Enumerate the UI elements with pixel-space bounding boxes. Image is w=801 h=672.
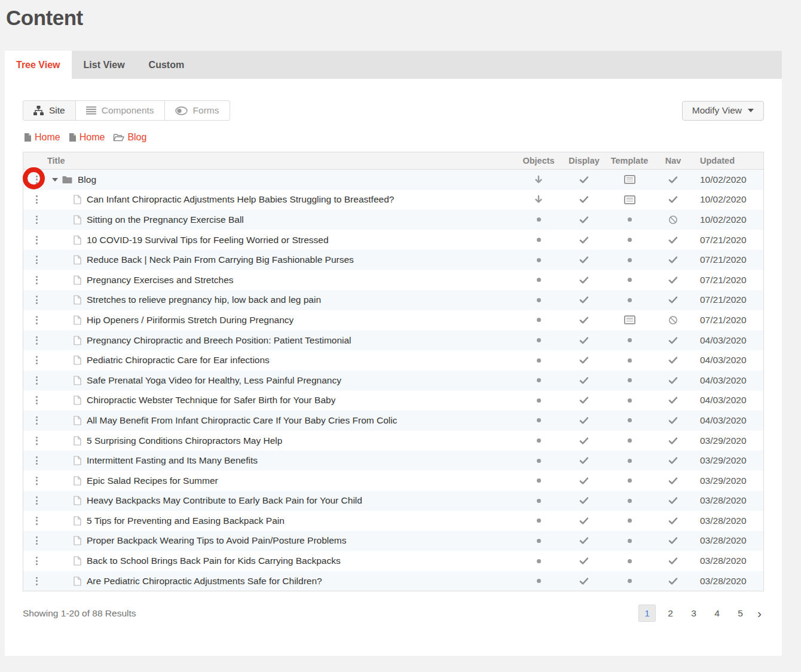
table-row[interactable]: Proper Backpack Wearing Tips to Avoid Pa… [23, 531, 763, 551]
file-icon [74, 255, 81, 265]
row-title[interactable]: Reduce Back | Neck Pain From Carrying Bi… [87, 254, 354, 265]
row-menu-kebab-icon[interactable] [23, 536, 50, 545]
caret-down-icon[interactable] [52, 178, 58, 182]
row-menu-kebab-icon[interactable] [23, 557, 50, 565]
file-icon [74, 536, 81, 545]
breadcrumb-item-blog[interactable]: Blog [113, 132, 146, 143]
row-title[interactable]: Blog [78, 174, 96, 185]
table-row[interactable]: Intermittent Fasting and Its Many Benefi… [23, 450, 763, 471]
table-row[interactable]: 10 COVID-19 Survival Tips for Feeling Wo… [23, 230, 763, 250]
row-menu-kebab-icon[interactable] [23, 256, 50, 264]
row-menu-kebab-icon[interactable] [23, 176, 50, 184]
row-menu-kebab-icon[interactable] [23, 577, 50, 585]
page-button-4[interactable]: 4 [708, 605, 726, 622]
row-menu-kebab-icon[interactable] [23, 316, 50, 324]
table-row[interactable]: All May Benefit From Infant Chiropractic… [23, 410, 763, 431]
table-row[interactable]: Heavy Backpacks May Contribute to Early … [23, 491, 763, 511]
tab-list-view[interactable]: List View [72, 51, 137, 79]
row-menu-kebab-icon[interactable] [23, 456, 50, 465]
row-menu-kebab-icon[interactable] [23, 496, 50, 505]
table-row[interactable]: Back to School Brings Back Pain for Kids… [23, 551, 763, 571]
row-menu-kebab-icon[interactable] [23, 336, 50, 345]
row-title[interactable]: 10 COVID-19 Survival Tips for Feeling Wo… [87, 235, 329, 246]
display-check-icon [579, 517, 589, 525]
table-row[interactable]: Can Infant Chiropractic Adjustments Help… [23, 190, 763, 210]
row-title[interactable]: 5 Surprising Conditions Chiropractors Ma… [87, 435, 282, 446]
table-row[interactable]: Sitting on the Pregnancy Exercise Ball10… [23, 210, 763, 230]
row-title[interactable]: Proper Backpack Wearing Tips to Avoid Pa… [87, 535, 347, 546]
row-title[interactable]: Back to School Brings Back Pain for Kids… [87, 556, 341, 566]
column-header-template[interactable]: Template [607, 156, 652, 165]
table-row[interactable]: Pregnancy Chiropractic and Breech Positi… [23, 330, 763, 351]
nav-check-icon [668, 437, 678, 445]
breadcrumb-label: Home [80, 132, 105, 143]
table-row[interactable]: Hip Openers / Piriformis Stretch During … [23, 310, 763, 330]
objects-dot-icon [537, 418, 541, 422]
row-title[interactable]: 5 Tips for Preventing and Easing Backpac… [87, 515, 285, 526]
page-button-5[interactable]: 5 [732, 605, 749, 622]
column-header-title[interactable]: Title [23, 156, 516, 165]
row-menu-kebab-icon[interactable] [23, 437, 50, 445]
table-row[interactable]: 5 Tips for Preventing and Easing Backpac… [23, 511, 763, 531]
page-button-3[interactable]: 3 [685, 605, 702, 622]
row-title[interactable]: Can Infant Chiropractic Adjustments Help… [87, 194, 394, 205]
row-title[interactable]: Pediatric Chiropractic Care for Ear infe… [87, 355, 270, 366]
modify-view-button[interactable]: Modify View [682, 101, 764, 121]
tab-tree-view[interactable]: Tree View [5, 51, 72, 79]
forms-button[interactable]: Forms [164, 100, 230, 121]
row-title[interactable]: Safe Prenatal Yoga Video for Healthy, Le… [87, 375, 341, 386]
table-row[interactable]: 5 Surprising Conditions Chiropractors Ma… [23, 431, 763, 451]
row-menu-kebab-icon[interactable] [23, 296, 50, 304]
column-header-nav[interactable]: Nav [652, 156, 694, 165]
row-title[interactable]: Heavy Backpacks May Contribute to Early … [87, 495, 362, 506]
row-title[interactable]: Are Pediatric Chiropractic Adjustments S… [87, 576, 322, 587]
table-row[interactable]: Chiropractic Webster Technique for Safer… [23, 391, 763, 411]
nav-check-icon [668, 376, 678, 385]
components-button[interactable]: Components [75, 100, 165, 121]
objects-arrow-down-icon [534, 175, 543, 185]
row-menu-kebab-icon[interactable] [23, 396, 50, 404]
column-header-objects[interactable]: Objects [516, 156, 561, 165]
table-row[interactable]: Epic Salad Recipes for Summer03/29/2020 [23, 471, 763, 491]
column-header-display[interactable]: Display [561, 156, 607, 165]
row-title[interactable]: Hip Openers / Piriformis Stretch During … [87, 315, 294, 326]
row-title[interactable]: All May Benefit From Infant Chiropractic… [87, 415, 397, 426]
site-button[interactable]: Site [23, 100, 76, 121]
objects-dot-icon [537, 318, 541, 322]
row-title[interactable]: Chiropractic Webster Technique for Safer… [87, 395, 335, 406]
row-title[interactable]: Epic Salad Recipes for Summer [87, 475, 218, 486]
table-row[interactable]: Reduce Back | Neck Pain From Carrying Bi… [23, 250, 763, 270]
row-menu-kebab-icon[interactable] [23, 416, 50, 425]
row-menu-kebab-icon[interactable] [23, 356, 50, 364]
column-header-updated[interactable]: Updated [694, 156, 763, 165]
page-button-1[interactable]: 1 [638, 605, 656, 622]
row-menu-kebab-icon[interactable] [23, 376, 50, 385]
table-row[interactable]: Stretches to relieve pregnancy hip, low … [23, 290, 763, 311]
table-row[interactable]: Safe Prenatal Yoga Video for Healthy, Le… [23, 370, 763, 391]
display-check-icon [579, 477, 589, 485]
nav-check-icon [668, 336, 678, 345]
page-button-2[interactable]: 2 [662, 605, 679, 622]
next-page-chevron-icon[interactable]: › [755, 606, 764, 621]
table-row-folder[interactable]: Blog10/02/2020 [23, 170, 763, 190]
display-check-icon [579, 176, 589, 184]
row-menu-kebab-icon[interactable] [23, 477, 50, 485]
nav-check-icon [668, 477, 678, 485]
breadcrumb-item-home-2[interactable]: Home [69, 132, 105, 143]
table-row[interactable]: Pediatric Chiropractic Care for Ear infe… [23, 350, 763, 370]
row-title[interactable]: Stretches to relieve pregnancy hip, low … [87, 294, 321, 305]
row-menu-kebab-icon[interactable] [23, 517, 50, 525]
table-row[interactable]: Are Pediatric Chiropractic Adjustments S… [23, 571, 763, 591]
breadcrumb-item-home-1[interactable]: Home [24, 132, 60, 143]
tab-custom[interactable]: Custom [137, 51, 197, 79]
row-menu-kebab-icon[interactable] [23, 195, 50, 204]
row-title[interactable]: Pregnancy Chiropractic and Breech Positi… [87, 335, 351, 346]
table-row[interactable]: Pregnancy Exercises and Stretches07/21/2… [23, 270, 763, 290]
nav-check-icon [668, 456, 678, 465]
row-title[interactable]: Intermittent Fasting and Its Many Benefi… [87, 455, 258, 466]
row-title[interactable]: Sitting on the Pregnancy Exercise Ball [87, 214, 244, 225]
row-title[interactable]: Pregnancy Exercises and Stretches [87, 275, 234, 286]
row-menu-kebab-icon[interactable] [23, 236, 50, 244]
row-menu-kebab-icon[interactable] [23, 216, 50, 224]
row-menu-kebab-icon[interactable] [23, 276, 50, 284]
